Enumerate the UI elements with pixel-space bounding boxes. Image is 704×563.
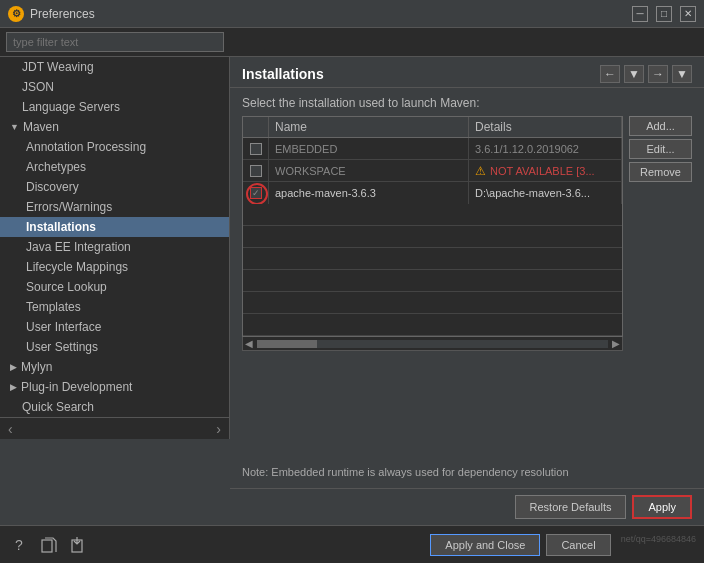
chevron-right-icon: ▶ bbox=[10, 362, 17, 372]
sidebar-item-java-ee-integration[interactable]: Java EE Integration bbox=[0, 237, 229, 257]
scroll-left-arrow[interactable]: ◀ bbox=[245, 338, 253, 349]
sidebar-item-language-servers[interactable]: Language Servers bbox=[0, 97, 229, 117]
checkbox-apache-maven[interactable]: ✓ bbox=[250, 187, 262, 199]
panel-body: Select the installation used to launch M… bbox=[230, 88, 704, 488]
checkbox-cell-embedded bbox=[243, 138, 269, 159]
window-controls: ─ □ ✕ bbox=[632, 6, 696, 22]
close-button[interactable]: ✕ bbox=[680, 6, 696, 22]
panel-title: Installations bbox=[242, 66, 324, 82]
sidebar-item-label: Java EE Integration bbox=[26, 240, 131, 254]
bottom-right: Apply and Close Cancel net/qq=496684846 bbox=[430, 534, 696, 556]
sidebar-item-label: Quick Search bbox=[22, 400, 94, 414]
sidebar-item-annotation-processing[interactable]: Annotation Processing bbox=[0, 137, 229, 157]
sidebar-item-label: Installations bbox=[26, 220, 96, 234]
note-text: Note: Embedded runtime is always used fo… bbox=[242, 464, 692, 481]
sidebar-item-label: Language Servers bbox=[22, 100, 120, 114]
restore-defaults-button[interactable]: Restore Defaults bbox=[515, 495, 627, 519]
details-cell-apache-maven: D:\apache-maven-3.6... bbox=[469, 182, 622, 204]
bottom-left: ? bbox=[8, 534, 90, 556]
sidebar-item-jdt-weaving[interactable]: JDT Weaving bbox=[0, 57, 229, 77]
sidebar-item-mylyn[interactable]: ▶Mylyn bbox=[0, 357, 229, 377]
table-row-embedded[interactable]: EMBEDDED3.6.1/1.12.0.2019062 bbox=[243, 138, 622, 160]
table-row-workspace[interactable]: WORKSPACE⚠NOT AVAILABLE [3... bbox=[243, 160, 622, 182]
sidebar-item-label: User Interface bbox=[26, 320, 101, 334]
sidebar-item-label: Templates bbox=[26, 300, 81, 314]
th-name: Name bbox=[269, 117, 469, 137]
import-icon[interactable] bbox=[68, 534, 90, 556]
details-cell-embedded: 3.6.1/1.12.0.2019062 bbox=[469, 138, 622, 159]
sidebar-item-quick-search[interactable]: Quick Search bbox=[0, 397, 229, 417]
details-text-workspace: NOT AVAILABLE [3... bbox=[490, 165, 595, 177]
table-header: Name Details bbox=[243, 117, 622, 138]
name-cell-embedded: EMBEDDED bbox=[269, 138, 469, 159]
add-button[interactable]: Add... bbox=[629, 116, 692, 136]
sidebar-item-lifecycle-mappings[interactable]: Lifecycle Mappings bbox=[0, 257, 229, 277]
panel-header: Installations ← ▼ → ▼ bbox=[230, 57, 704, 88]
bottom-bar: ? Apply and Close Cancel net/qq=49668484… bbox=[0, 525, 704, 563]
checkbox-cell-workspace bbox=[243, 160, 269, 181]
th-details: Details bbox=[469, 117, 622, 137]
checkbox-workspace[interactable] bbox=[250, 165, 262, 177]
panel-back-btn[interactable]: ← bbox=[600, 65, 620, 83]
filter-input[interactable] bbox=[6, 32, 224, 52]
sidebar-item-maven[interactable]: ▼Maven bbox=[0, 117, 229, 137]
checkbox-embedded[interactable] bbox=[250, 143, 262, 155]
panel-dropdown2-btn[interactable]: ▼ bbox=[672, 65, 692, 83]
scroll-thumb[interactable] bbox=[257, 340, 317, 348]
sidebar-item-source-lookup[interactable]: Source Lookup bbox=[0, 277, 229, 297]
title-bar: ⚙ Preferences ─ □ ✕ bbox=[0, 0, 704, 28]
cancel-button[interactable]: Cancel bbox=[546, 534, 610, 556]
sidebar-item-label: User Settings bbox=[26, 340, 98, 354]
panel-forward-btn[interactable]: → bbox=[648, 65, 668, 83]
panel-dropdown-btn[interactable]: ▼ bbox=[624, 65, 644, 83]
sidebar-item-templates[interactable]: Templates bbox=[0, 297, 229, 317]
chevron-right-icon: ▶ bbox=[10, 382, 17, 392]
sidebar-item-user-settings[interactable]: User Settings bbox=[0, 337, 229, 357]
sidebar-item-errors-warnings[interactable]: Errors/Warnings bbox=[0, 197, 229, 217]
sidebar-item-label: Plug-in Development bbox=[21, 380, 132, 394]
sidebar-item-label: Discovery bbox=[26, 180, 79, 194]
scroll-right-arrow[interactable]: ▶ bbox=[612, 338, 620, 349]
th-check bbox=[243, 117, 269, 137]
sidebar-item-json[interactable]: JSON bbox=[0, 77, 229, 97]
minimize-button[interactable]: ─ bbox=[632, 6, 648, 22]
sidebar-back-arrow[interactable]: ‹ bbox=[4, 421, 17, 437]
main-container: JDT WeavingJSONLanguage Servers▼MavenAnn… bbox=[0, 28, 704, 563]
sidebar-item-label: Lifecycle Mappings bbox=[26, 260, 128, 274]
empty-row-2 bbox=[243, 226, 622, 248]
sidebar-item-label: JDT Weaving bbox=[22, 60, 94, 74]
app-icon: ⚙ bbox=[8, 6, 24, 22]
sidebar-item-label: Errors/Warnings bbox=[26, 200, 112, 214]
sidebar-item-archetypes[interactable]: Archetypes bbox=[0, 157, 229, 177]
sidebar-item-discovery[interactable]: Discovery bbox=[0, 177, 229, 197]
maximize-button[interactable]: □ bbox=[656, 6, 672, 22]
filter-bar bbox=[0, 28, 704, 57]
apply-and-close-button[interactable]: Apply and Close bbox=[430, 534, 540, 556]
sidebar: JDT WeavingJSONLanguage Servers▼MavenAnn… bbox=[0, 57, 230, 417]
apply-button[interactable]: Apply bbox=[632, 495, 692, 519]
sidebar-item-label: Annotation Processing bbox=[26, 140, 146, 154]
empty-row-6 bbox=[243, 314, 622, 336]
content-area: JDT WeavingJSONLanguage Servers▼MavenAnn… bbox=[0, 57, 704, 525]
help-icon[interactable]: ? bbox=[8, 534, 30, 556]
edit-button[interactable]: Edit... bbox=[629, 139, 692, 159]
warning-icon: ⚠ bbox=[475, 164, 486, 178]
action-row: Restore Defaults Apply bbox=[230, 488, 704, 525]
select-label: Select the installation used to launch M… bbox=[242, 96, 692, 110]
horizontal-scrollbar: ◀ ▶ bbox=[242, 337, 623, 351]
sidebar-item-plugin-development[interactable]: ▶Plug-in Development bbox=[0, 377, 229, 397]
installations-table: Name Details EMBEDDED3.6.1/1.12.0.201906… bbox=[242, 116, 623, 337]
watermark-text: net/qq=496684846 bbox=[621, 534, 696, 556]
remove-button[interactable]: Remove bbox=[629, 162, 692, 182]
sidebar-item-label: Archetypes bbox=[26, 160, 86, 174]
details-cell-workspace: ⚠NOT AVAILABLE [3... bbox=[469, 160, 622, 181]
sidebar-item-user-interface[interactable]: User Interface bbox=[0, 317, 229, 337]
export-icon[interactable] bbox=[38, 534, 60, 556]
panel-nav: ← ▼ → ▼ bbox=[600, 65, 692, 83]
sidebar-item-installations[interactable]: Installations bbox=[0, 217, 229, 237]
table-row-apache-maven[interactable]: ✓apache-maven-3.6.3D:\apache-maven-3.6..… bbox=[243, 182, 622, 204]
right-panel: Installations ← ▼ → ▼ Select the install… bbox=[230, 57, 704, 525]
name-cell-apache-maven: apache-maven-3.6.3 bbox=[269, 182, 469, 204]
sidebar-forward-arrow[interactable]: › bbox=[212, 421, 225, 437]
name-cell-workspace: WORKSPACE bbox=[269, 160, 469, 181]
